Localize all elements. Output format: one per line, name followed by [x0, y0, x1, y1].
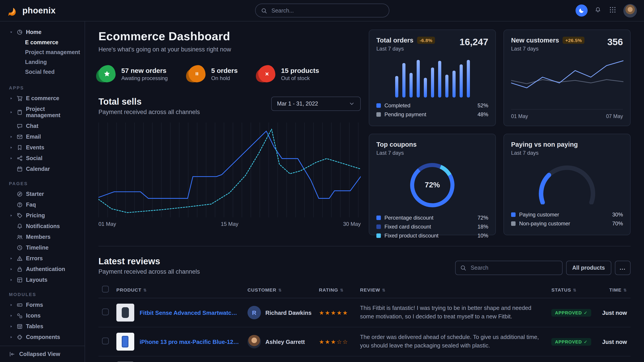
apps-menu-button[interactable] [608, 5, 617, 16]
sidebar-item-tables[interactable]: Tables [0, 321, 84, 332]
sidebar-item-label: Layouts [26, 277, 48, 283]
sidebar-item-label: Components [26, 334, 60, 340]
chat-icon [16, 123, 23, 129]
sidebar-item-social[interactable]: Social [0, 153, 84, 164]
sidebar-item-chat[interactable]: Chat [0, 121, 84, 131]
legend-label: Percentage discount [384, 215, 434, 221]
date-range-value: Mar 1 - 31, 2022 [277, 101, 318, 107]
sidebar-item-label: Errors [26, 255, 43, 262]
legend-value: 10% [478, 233, 488, 239]
sidebar-item-email[interactable]: Email [0, 131, 84, 142]
product-link[interactable]: iPhone 13 pro max-Pacific Blue-128GB sto… [140, 338, 240, 345]
user-avatar[interactable] [624, 4, 637, 17]
new-customers-card: New customers +26.5% Last 7 days 356 01 … [504, 29, 630, 126]
sidebar-item-icons[interactable]: Icons [0, 310, 84, 321]
sidebar-item-forms[interactable]: Forms [0, 300, 84, 310]
notifications-button[interactable] [594, 6, 602, 15]
row-checkbox[interactable] [102, 338, 109, 344]
card-title: Paying vs non paying [511, 141, 578, 148]
sidebar-item-project-management[interactable]: Project management [0, 47, 84, 57]
brand-name: phoenix [22, 5, 56, 15]
stat-blob [98, 65, 116, 82]
layout-icon [16, 277, 23, 283]
theme-toggle-button[interactable] [576, 4, 588, 16]
reviews-search-input[interactable] [470, 264, 558, 272]
stat-out-of-stock: 15 productsOut of stock [258, 65, 319, 82]
sort-icon [622, 287, 627, 292]
legend-swatch [511, 212, 516, 217]
legend-swatch [376, 103, 381, 108]
sidebar-item-layouts[interactable]: Layouts [0, 275, 84, 285]
column-header-customer[interactable]: CUSTOMER [248, 287, 276, 292]
reviews-search[interactable] [455, 261, 562, 275]
page-subtitle: Here's what's going on at your business … [98, 46, 361, 53]
select-all-checkbox[interactable] [102, 286, 109, 293]
sidebar-item-project-management[interactable]: Project management [0, 104, 84, 121]
stat-on-hold: 5 ordersOn hold [188, 65, 238, 82]
column-header-time[interactable]: TIME [609, 287, 622, 292]
total-sells-subtitle: Payment received across all channels [98, 109, 200, 115]
question-icon [16, 202, 23, 208]
column-header-review[interactable]: REVIEW [360, 287, 380, 292]
sidebar-item-notifications[interactable]: Notifications [0, 221, 84, 232]
sidebar-item-landing[interactable]: Landing [0, 57, 84, 67]
brand-logo[interactable]: phoenix [7, 5, 56, 16]
sidebar-item-e-commerce[interactable]: E commerce [0, 93, 84, 104]
sidebar-item-components[interactable]: Components [0, 332, 84, 343]
x-glyph-icon [264, 71, 270, 77]
sidebar-nav: HomeE commerceProject managementLandingS… [0, 27, 84, 343]
bar [409, 73, 412, 97]
navbar-search[interactable] [255, 3, 389, 17]
sidebar-item-e-commerce[interactable]: E commerce [0, 37, 84, 47]
sidebar-item-label: Forms [26, 302, 43, 308]
sidebar-item-errors[interactable]: Errors [0, 253, 84, 264]
sidebar-item-calendar[interactable]: Calendar [0, 164, 84, 174]
bar [438, 61, 441, 97]
column-header-product[interactable]: PRODUCT [116, 287, 142, 292]
all-products-button[interactable]: All products [566, 261, 611, 275]
sort-icon [571, 287, 576, 292]
sidebar-item-members[interactable]: Members [0, 232, 84, 242]
bar [466, 60, 470, 97]
sidebar-item-timeline[interactable]: Timeline [0, 242, 84, 253]
sidebar-item-pricing[interactable]: Pricing [0, 210, 84, 221]
sidebar-item-social-feed[interactable]: Social feed [0, 67, 84, 77]
sidebar-item-faq[interactable]: Faq [0, 199, 84, 210]
card-title: New customers [511, 37, 559, 44]
sidebar-item-starter[interactable]: Starter [0, 189, 84, 199]
phoenix-logo-icon [7, 5, 19, 16]
moon-icon [578, 7, 585, 14]
product-cell: Fitbit Sense Advanced Smartwatch with To… [116, 304, 240, 322]
bar [416, 60, 420, 97]
bar [445, 75, 448, 97]
row-checkbox[interactable] [102, 309, 109, 315]
users-icon [16, 234, 23, 240]
navbar-actions [576, 4, 637, 17]
sort-icon [380, 287, 386, 292]
stat-label: Awating processing [121, 75, 168, 81]
column-header-rating[interactable]: RATING [319, 287, 338, 292]
time-value: Just now [602, 309, 627, 316]
sidebar-item-authentication[interactable]: Authentication [0, 264, 84, 275]
column-header-status[interactable]: STATUS [551, 287, 571, 292]
legend-swatch [511, 221, 516, 226]
sidebar-item-label: Icons [26, 313, 40, 319]
form-icon [16, 302, 23, 308]
more-options-button[interactable]: ... [615, 261, 630, 275]
product-link[interactable]: Fitbit Sense Advanced Smartwatch with To… [140, 309, 240, 316]
sidebar-item-home[interactable]: Home [0, 27, 84, 37]
main-content: Ecommerce Dashboard Here's what's going … [85, 21, 644, 362]
x-label: 01 May [511, 114, 528, 119]
pie-chart-icon [16, 29, 23, 35]
navbar-search-input[interactable] [270, 7, 383, 14]
collapsed-view-toggle[interactable]: Collapsed View [0, 346, 84, 362]
legend-swatch [376, 216, 381, 220]
caret-right-icon [9, 278, 14, 282]
sidebar-item-label: E commerce [25, 39, 58, 46]
chevron-down-icon [349, 101, 355, 107]
caret-right-icon [9, 214, 14, 217]
sidebar-item-label: Landing [25, 59, 47, 65]
date-range-select[interactable]: Mar 1 - 31, 2022 [271, 97, 361, 111]
sidebar-item-events[interactable]: Events [0, 142, 84, 153]
tag-icon [16, 212, 23, 219]
